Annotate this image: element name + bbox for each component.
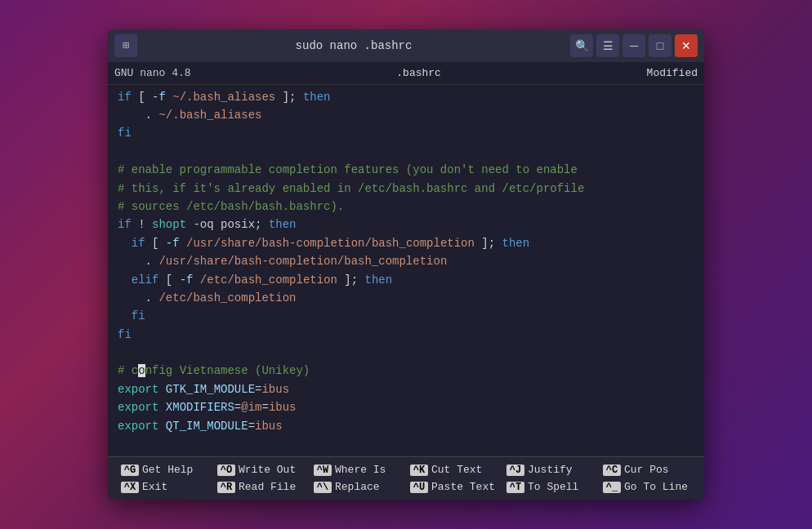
filename: .bashrc — [191, 67, 647, 79]
label-get-help: Get Help — [142, 464, 193, 476]
code-line-5: # enable programmable completion feature… — [108, 161, 704, 179]
nano-version: GNU nano 4.8 — [114, 67, 191, 79]
cmd-replace: ^\ Replace — [310, 479, 405, 495]
key-get-help: ^G — [121, 465, 139, 476]
cmd-cut-text: ^K Cut Text — [407, 462, 502, 478]
code-line-3: fi — [108, 124, 704, 142]
titlebar: ⊞ sudo nano .bashrc 🔍 ☰ ─ □ ✕ — [108, 29, 704, 62]
key-paste-text: ^U — [410, 482, 428, 493]
label-to-spell: To Spell — [528, 481, 578, 493]
code-line-4 — [108, 143, 704, 161]
key-to-spell: ^T — [506, 482, 524, 493]
cmd-where-is: ^W Where Is — [310, 462, 405, 478]
code-line-2: . ~/.bash_aliases — [108, 106, 704, 124]
key-cur-pos: ^C — [603, 465, 621, 476]
label-cur-pos: Cur Pos — [624, 464, 669, 476]
label-cut-text: Cut Text — [431, 464, 482, 476]
key-go-to-line: ^_ — [603, 482, 621, 493]
label-write-out: Write Out — [239, 464, 296, 476]
search-button[interactable]: 🔍 — [570, 34, 593, 57]
code-line-10: . /usr/share/bash-completion/bash_comple… — [108, 252, 704, 270]
code-line-20 — [108, 435, 704, 453]
minimize-button[interactable]: ─ — [622, 34, 645, 57]
close-button[interactable]: ✕ — [675, 34, 698, 57]
cmd-go-to-line: ^_ Go To Line — [600, 479, 694, 495]
cmd-get-help: ^G Get Help — [118, 462, 212, 478]
label-go-to-line: Go To Line — [624, 481, 688, 493]
label-justify: Justify — [528, 464, 573, 476]
key-exit: ^X — [121, 482, 139, 493]
code-line-18: export XMODIFIERS=@im=ibus — [108, 398, 704, 416]
code-line-12: . /etc/bash_completion — [108, 289, 704, 307]
code-line-8: if ! shopt -oq posix; then — [108, 216, 704, 233]
nano-menubar: GNU nano 4.8 .bashrc Modified — [108, 62, 704, 85]
window-icon[interactable]: ⊞ — [114, 34, 137, 57]
maximize-button[interactable]: □ — [649, 34, 671, 57]
code-line-16: # config Vietnamese (Unikey) — [108, 362, 704, 380]
editor-area[interactable]: if [ -f ~/.bash_aliases ]; then . ~/.bas… — [108, 85, 704, 457]
terminal-window: ⊞ sudo nano .bashrc 🔍 ☰ ─ □ ✕ GNU nano 4… — [108, 29, 704, 500]
label-paste-text: Paste Text — [431, 481, 495, 493]
statusbar: ^G Get Help ^O Write Out ^W Where Is ^K … — [108, 456, 704, 500]
key-read-file: ^R — [217, 482, 235, 493]
cmd-exit: ^X Exit — [118, 479, 212, 495]
code-line-19: export QT_IM_MODULE=ibus — [108, 417, 704, 435]
modified-status: Modified — [647, 67, 698, 79]
key-cut-text: ^K — [410, 465, 428, 476]
cmd-paste-text: ^U Paste Text — [407, 479, 502, 495]
code-line-17: export GTK_IM_MODULE=ibus — [108, 380, 704, 398]
code-line-11: elif [ -f /etc/bash_completion ]; then — [108, 271, 704, 289]
window-title: sudo nano .bashrc — [137, 39, 570, 52]
label-replace: Replace — [335, 481, 380, 493]
cmd-justify: ^J Justify — [503, 462, 598, 478]
code-line-15 — [108, 344, 704, 362]
cmd-to-spell: ^T To Spell — [503, 479, 598, 495]
label-exit: Exit — [142, 481, 167, 493]
code-line-13: fi — [108, 307, 704, 325]
code-line-7: # sources /etc/bash/bash.bashrc). — [108, 198, 704, 216]
window-controls: 🔍 ☰ ─ □ ✕ — [570, 34, 698, 57]
key-justify: ^J — [506, 465, 524, 476]
cmd-write-out: ^O Write Out — [214, 462, 309, 478]
code-line-6: # this, if it's already enabled in /etc/… — [108, 180, 704, 198]
code-line-14: fi — [108, 326, 704, 344]
key-where-is: ^W — [314, 465, 332, 476]
cmd-read-file: ^R Read File — [214, 479, 309, 495]
menu-button[interactable]: ☰ — [596, 34, 619, 57]
code-line-1: if [ -f ~/.bash_aliases ]; then — [108, 88, 704, 106]
cmd-cur-pos: ^C Cur Pos — [600, 462, 694, 478]
terminal-icon: ⊞ — [123, 38, 129, 52]
label-read-file: Read File — [239, 481, 296, 493]
key-write-out: ^O — [217, 465, 235, 476]
key-replace: ^\ — [314, 482, 332, 493]
label-where-is: Where Is — [335, 464, 386, 476]
code-line-9: if [ -f /usr/share/bash-completion/bash_… — [108, 234, 704, 252]
